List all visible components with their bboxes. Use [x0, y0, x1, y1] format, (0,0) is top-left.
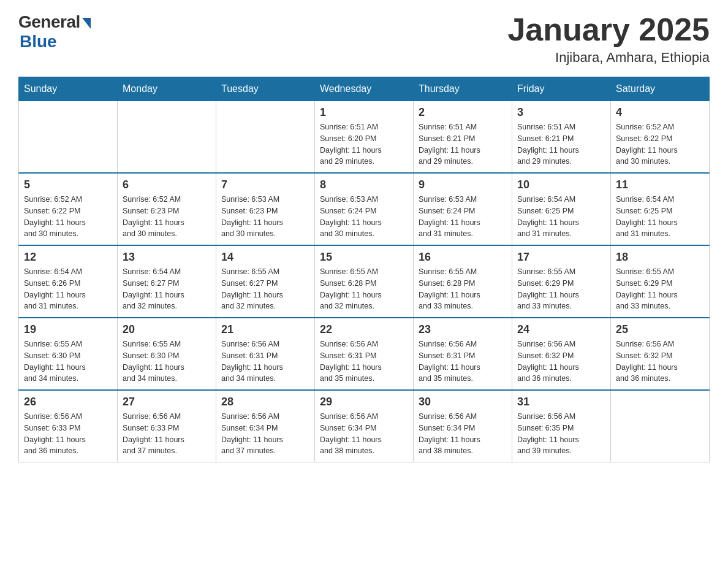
day-info: Sunrise: 6:55 AMSunset: 6:30 PMDaylight:…: [24, 339, 112, 385]
calendar-cell: 3Sunrise: 6:51 AMSunset: 6:21 PMDaylight…: [512, 101, 611, 174]
day-info: Sunrise: 6:56 AMSunset: 6:35 PMDaylight:…: [517, 411, 605, 457]
calendar-week-row: 5Sunrise: 6:52 AMSunset: 6:22 PMDaylight…: [19, 173, 710, 245]
day-number: 28: [221, 396, 309, 408]
calendar-cell: 24Sunrise: 6:56 AMSunset: 6:32 PMDayligh…: [512, 318, 611, 390]
calendar-cell: 30Sunrise: 6:56 AMSunset: 6:34 PMDayligh…: [414, 390, 512, 462]
day-number: 7: [221, 178, 309, 191]
day-number: 29: [320, 396, 408, 408]
day-number: 31: [517, 396, 605, 408]
calendar-cell: 18Sunrise: 6:55 AMSunset: 6:29 PMDayligh…: [611, 245, 710, 318]
day-number: 10: [517, 178, 605, 191]
day-info: Sunrise: 6:56 AMSunset: 6:31 PMDaylight:…: [419, 339, 507, 385]
calendar-cell: 10Sunrise: 6:54 AMSunset: 6:25 PMDayligh…: [512, 173, 611, 245]
calendar-cell: 19Sunrise: 6:55 AMSunset: 6:30 PMDayligh…: [19, 318, 118, 390]
day-info: Sunrise: 6:55 AMSunset: 6:29 PMDaylight:…: [616, 266, 704, 312]
day-info: Sunrise: 6:53 AMSunset: 6:24 PMDaylight:…: [320, 194, 408, 240]
day-number: 1: [320, 106, 408, 119]
day-info: Sunrise: 6:56 AMSunset: 6:33 PMDaylight:…: [24, 411, 112, 457]
day-number: 25: [616, 323, 704, 336]
calendar-cell: 9Sunrise: 6:53 AMSunset: 6:24 PMDaylight…: [414, 173, 512, 245]
logo-arrow-icon: [82, 18, 91, 29]
calendar-cell: 13Sunrise: 6:54 AMSunset: 6:27 PMDayligh…: [118, 245, 216, 318]
day-info: Sunrise: 6:55 AMSunset: 6:27 PMDaylight:…: [221, 266, 309, 312]
calendar-cell: [118, 101, 216, 174]
calendar-cell: 23Sunrise: 6:56 AMSunset: 6:31 PMDayligh…: [414, 318, 512, 390]
day-info: Sunrise: 6:54 AMSunset: 6:25 PMDaylight:…: [517, 194, 605, 240]
calendar-cell: [611, 390, 710, 462]
day-number: 15: [320, 251, 408, 264]
day-number: 6: [123, 178, 211, 191]
calendar-cell: 1Sunrise: 6:51 AMSunset: 6:20 PMDaylight…: [315, 101, 414, 174]
calendar-cell: 6Sunrise: 6:52 AMSunset: 6:23 PMDaylight…: [118, 173, 216, 245]
day-info: Sunrise: 6:55 AMSunset: 6:29 PMDaylight:…: [517, 266, 605, 312]
day-number: 8: [320, 178, 408, 191]
day-info: Sunrise: 6:55 AMSunset: 6:28 PMDaylight:…: [320, 266, 408, 312]
day-info: Sunrise: 6:56 AMSunset: 6:34 PMDaylight:…: [320, 411, 408, 457]
day-number: 13: [123, 251, 211, 264]
calendar-cell: [216, 101, 315, 174]
day-number: 22: [320, 323, 408, 336]
day-info: Sunrise: 6:51 AMSunset: 6:20 PMDaylight:…: [320, 121, 408, 167]
day-info: Sunrise: 6:55 AMSunset: 6:30 PMDaylight:…: [123, 339, 211, 385]
day-number: 9: [419, 178, 507, 191]
logo-general-text: General: [18, 12, 80, 32]
day-info: Sunrise: 6:53 AMSunset: 6:24 PMDaylight:…: [419, 194, 507, 240]
calendar-cell: 25Sunrise: 6:56 AMSunset: 6:32 PMDayligh…: [611, 318, 710, 390]
day-info: Sunrise: 6:51 AMSunset: 6:21 PMDaylight:…: [419, 121, 507, 167]
calendar-cell: 21Sunrise: 6:56 AMSunset: 6:31 PMDayligh…: [216, 318, 315, 390]
day-info: Sunrise: 6:56 AMSunset: 6:32 PMDaylight:…: [517, 339, 605, 385]
calendar-cell: 28Sunrise: 6:56 AMSunset: 6:34 PMDayligh…: [216, 390, 315, 462]
calendar-cell: 17Sunrise: 6:55 AMSunset: 6:29 PMDayligh…: [512, 245, 611, 318]
calendar-cell: [19, 101, 118, 174]
day-info: Sunrise: 6:52 AMSunset: 6:22 PMDaylight:…: [24, 194, 112, 240]
day-info: Sunrise: 6:54 AMSunset: 6:26 PMDaylight:…: [24, 266, 112, 312]
logo-blue-text: Blue: [20, 32, 57, 52]
day-info: Sunrise: 6:56 AMSunset: 6:31 PMDaylight:…: [221, 339, 309, 385]
weekday-header-monday: Monday: [118, 77, 216, 101]
day-info: Sunrise: 6:56 AMSunset: 6:32 PMDaylight:…: [616, 339, 704, 385]
calendar-cell: 5Sunrise: 6:52 AMSunset: 6:22 PMDaylight…: [19, 173, 118, 245]
day-number: 12: [24, 251, 112, 264]
calendar-cell: 16Sunrise: 6:55 AMSunset: 6:28 PMDayligh…: [414, 245, 512, 318]
calendar-cell: 29Sunrise: 6:56 AMSunset: 6:34 PMDayligh…: [315, 390, 414, 462]
day-number: 5: [24, 178, 112, 191]
day-number: 3: [517, 106, 605, 119]
weekday-header-thursday: Thursday: [414, 77, 512, 101]
day-number: 18: [616, 251, 704, 264]
calendar-week-row: 1Sunrise: 6:51 AMSunset: 6:20 PMDaylight…: [19, 101, 710, 174]
calendar-cell: 20Sunrise: 6:55 AMSunset: 6:30 PMDayligh…: [118, 318, 216, 390]
day-info: Sunrise: 6:53 AMSunset: 6:23 PMDaylight:…: [221, 194, 309, 240]
day-number: 30: [419, 396, 507, 408]
calendar-cell: 15Sunrise: 6:55 AMSunset: 6:28 PMDayligh…: [315, 245, 414, 318]
calendar-cell: 12Sunrise: 6:54 AMSunset: 6:26 PMDayligh…: [19, 245, 118, 318]
weekday-header-sunday: Sunday: [19, 77, 118, 101]
calendar-cell: 22Sunrise: 6:56 AMSunset: 6:31 PMDayligh…: [315, 318, 414, 390]
logo: General Blue: [18, 12, 91, 52]
page-header: General Blue January 2025 Injibara, Amha…: [18, 12, 710, 66]
day-number: 11: [616, 178, 704, 191]
calendar-cell: 31Sunrise: 6:56 AMSunset: 6:35 PMDayligh…: [512, 390, 611, 462]
calendar-cell: 8Sunrise: 6:53 AMSunset: 6:24 PMDaylight…: [315, 173, 414, 245]
day-info: Sunrise: 6:56 AMSunset: 6:31 PMDaylight:…: [320, 339, 408, 385]
day-info: Sunrise: 6:56 AMSunset: 6:34 PMDaylight:…: [419, 411, 507, 457]
calendar-cell: 11Sunrise: 6:54 AMSunset: 6:25 PMDayligh…: [611, 173, 710, 245]
day-number: 21: [221, 323, 309, 336]
calendar-cell: 2Sunrise: 6:51 AMSunset: 6:21 PMDaylight…: [414, 101, 512, 174]
calendar-cell: 14Sunrise: 6:55 AMSunset: 6:27 PMDayligh…: [216, 245, 315, 318]
weekday-header-friday: Friday: [512, 77, 611, 101]
calendar-week-row: 19Sunrise: 6:55 AMSunset: 6:30 PMDayligh…: [19, 318, 710, 390]
day-number: 14: [221, 251, 309, 264]
day-info: Sunrise: 6:56 AMSunset: 6:34 PMDaylight:…: [221, 411, 309, 457]
calendar-subtitle: Injibara, Amhara, Ethiopia: [507, 50, 710, 66]
weekday-header-tuesday: Tuesday: [216, 77, 315, 101]
day-number: 17: [517, 251, 605, 264]
day-info: Sunrise: 6:56 AMSunset: 6:33 PMDaylight:…: [123, 411, 211, 457]
weekday-header-saturday: Saturday: [611, 77, 710, 101]
weekday-header-row: SundayMondayTuesdayWednesdayThursdayFrid…: [19, 77, 710, 101]
day-info: Sunrise: 6:52 AMSunset: 6:22 PMDaylight:…: [616, 121, 704, 167]
day-number: 26: [24, 396, 112, 408]
calendar-table: SundayMondayTuesdayWednesdayThursdayFrid…: [18, 77, 710, 462]
calendar-title: January 2025: [507, 12, 710, 47]
day-info: Sunrise: 6:55 AMSunset: 6:28 PMDaylight:…: [419, 266, 507, 312]
weekday-header-wednesday: Wednesday: [315, 77, 414, 101]
